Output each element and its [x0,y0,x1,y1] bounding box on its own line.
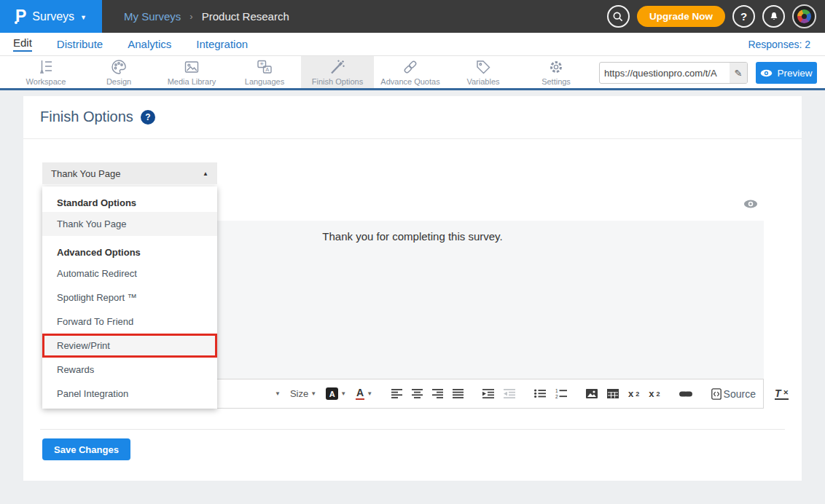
finish-option-select[interactable]: Thank You Page ▲ [42,162,217,184]
tab-edit[interactable]: Edit [13,36,32,52]
chain-links-icon [402,58,419,76]
link-icon [679,390,692,398]
breadcrumb: My Surveys › Product Research [124,10,289,23]
source-button[interactable]: Source [711,388,756,400]
size-dropdown[interactable]: Size▼ [290,388,316,399]
ribbon-item-languages[interactable]: ✳A Languages [228,56,301,88]
align-left-button[interactable] [391,389,402,398]
design-palette-icon [110,58,128,76]
align-right-icon [432,389,443,398]
chevron-down-icon: ▼ [80,14,87,21]
topbar-actions: Upgrade Now ? [607,4,825,28]
ribbon-item-advance-quotas[interactable]: Advance Quotas [374,56,447,88]
finish-options-card: Finish Options ? Thank You Page ▲ Standa… [23,96,802,481]
bullet-list-button[interactable] [534,389,546,398]
svg-text:A: A [265,66,269,73]
tag-icon [474,58,492,76]
questionpro-logo-icon: P [15,8,26,25]
subscript-button[interactable]: x2 [628,388,639,399]
eye-icon [743,200,758,208]
save-changes-button[interactable]: Save Changes [42,438,130,460]
bullet-list-icon [534,389,546,398]
gear-icon [547,58,565,76]
svg-text:2: 2 [555,394,558,398]
background-color-icon: A [326,387,338,400]
edit-ribbon: Workspace Design Media Library ✳A Langua… [0,56,825,90]
page-title: Finish Options [40,109,133,125]
menu-item-review-print[interactable]: Review/Print [42,334,217,358]
source-icon [711,388,722,400]
menu-item-rewards[interactable]: Rewards [42,358,217,382]
edit-url-pencil-icon[interactable]: ✎ [730,63,747,83]
main-area: Finish Options ? Thank You Page ▲ Standa… [0,90,825,503]
media-library-icon [183,58,200,76]
top-bar: P Surveys ▼ My Surveys › Product Researc… [0,0,825,33]
insert-table-button[interactable] [607,389,619,398]
menu-item-spotlight-report[interactable]: Spotlight Report ™ [42,286,217,310]
chevron-up-icon: ▲ [203,170,208,177]
tab-analytics[interactable]: Analytics [128,38,171,50]
ribbon-item-workspace[interactable]: Workspace [9,56,82,88]
breadcrumb-my-surveys[interactable]: My Surveys [124,10,181,23]
help-button[interactable]: ? [732,5,755,28]
thank-you-preview-toggle[interactable] [743,198,758,211]
svg-text:✳: ✳ [260,61,265,66]
footer-divider [40,429,785,430]
image-icon [586,389,598,398]
svg-text:1: 1 [555,389,558,393]
search-icon [611,10,625,23]
bell-icon [767,10,781,23]
surveys-menu[interactable]: P Surveys ▼ [0,0,102,33]
menu-item-panel-integration[interactable]: Panel Integration [42,382,217,406]
header-divider [23,138,802,139]
menu-header-standard-options: Standard Options [42,186,217,212]
text-color-button[interactable]: A▼ [356,387,372,400]
upgrade-now-button[interactable]: Upgrade Now [637,6,725,27]
text-color-icon: A [356,387,364,400]
menu-item-automatic-redirect[interactable]: Automatic Redirect [42,261,217,286]
eye-icon [760,69,773,77]
workspace-icon [37,58,55,76]
brand-label: Surveys [32,10,74,23]
section-tabs: Edit Distribute Analytics Integration Re… [0,33,825,56]
ribbon-item-variables[interactable]: Variables [447,56,520,88]
responses-count[interactable]: Responses: 2 [748,39,825,50]
superscript-button[interactable]: x2 [649,388,660,399]
font-dropdown-caret[interactable]: ▼ [275,390,281,397]
justify-button[interactable] [453,389,464,398]
menu-item-forward-to-friend[interactable]: Forward To Friend [42,310,217,334]
ribbon-item-media-library[interactable]: Media Library [155,56,228,88]
insert-link-button[interactable] [679,390,692,398]
indent-button[interactable] [482,389,494,398]
table-icon [607,389,619,398]
ribbon-item-settings[interactable]: Settings [520,56,593,88]
outdent-icon [504,389,515,398]
ribbon-item-finish-options[interactable]: Finish Options [301,56,374,88]
finish-option-dropdown-menu: Standard Options Thank You Page Advanced… [42,186,217,409]
background-color-button[interactable]: A▼ [326,387,346,400]
survey-url-box: ✎ [599,62,748,84]
align-center-button[interactable] [412,389,423,398]
preview-button[interactable]: Preview [756,62,817,84]
justify-icon [453,389,464,398]
account-avatar[interactable] [792,4,816,28]
tab-integration[interactable]: Integration [196,38,248,50]
tab-distribute[interactable]: Distribute [57,38,103,50]
survey-url-input[interactable] [600,68,730,79]
select-value: Thank You Page [51,168,120,179]
menu-item-thank-you-page[interactable]: Thank You Page [42,212,217,236]
ribbon-item-design[interactable]: Design [82,56,155,88]
insert-image-button[interactable] [586,389,598,398]
align-right-button[interactable] [432,389,443,398]
page-help-icon[interactable]: ? [141,110,155,125]
search-button[interactable] [607,5,630,28]
numbered-list-icon: 12 [555,389,567,398]
languages-icon: ✳A [256,58,273,76]
breadcrumb-separator: › [189,11,192,22]
align-center-icon [412,389,423,398]
outdent-button[interactable] [504,389,515,398]
menu-header-advanced-options: Advanced Options [42,236,217,261]
remove-format-button[interactable]: T✕ [775,388,789,400]
notifications-button[interactable] [762,5,785,28]
numbered-list-button[interactable]: 12 [555,389,567,398]
